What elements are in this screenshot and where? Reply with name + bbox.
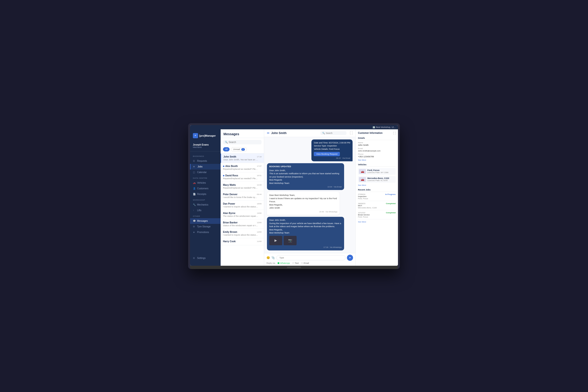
messages-icon: 💬 (193, 220, 196, 222)
send-button[interactable]: ➤ (347, 255, 353, 261)
chat-search-bar[interactable]: 🔍 (320, 131, 346, 135)
settings-label: Settings (197, 257, 206, 259)
reply-whatsapp-option[interactable]: WhatsApp (278, 262, 290, 264)
messages-list-panel: Messages 🔍 All Unread 2 John Smith (220, 129, 264, 266)
list-item[interactable]: David Ross 16:51 Repaired/replaced as ne… (220, 172, 264, 182)
emoji-icon[interactable]: 😊 (266, 256, 270, 259)
message-preview: I wanted to inquire about the status of … (223, 234, 258, 236)
reply-email-option[interactable]: Email (301, 262, 309, 264)
customer-info-panel: Customer Information ⛶ Details Name John… (356, 129, 398, 266)
receipts-icon: 📄 (193, 193, 196, 196)
expand-icon[interactable]: ⛶ (393, 132, 396, 134)
jobs-see-more[interactable]: See More (358, 221, 396, 223)
job-item[interactable]: 12/12/22 Break Service Ford, Focus Compl… (358, 212, 396, 220)
tyre-storage-label: Tyre Storage (197, 225, 210, 228)
booking-updated-label: BOOKING UPDATED (269, 165, 342, 168)
vehicle-plate: Licences Plate: WY 2398 (368, 172, 395, 174)
list-item[interactable]: Macy Watts 12:09 Repaired/replaced as ne… (220, 182, 264, 191)
list-item[interactable]: John Smith 17:18 Dear John Smith, Yes we… (220, 154, 264, 163)
email-label: Email (358, 148, 396, 150)
recent-jobs-section-title: Recent Jobs (358, 188, 396, 192)
image-thumbnail[interactable]: 📷 (284, 236, 296, 245)
sidebar-item-customers[interactable]: 👤 Customers (190, 186, 220, 192)
list-item[interactable]: Brian Banker 12/06 Status of the windscr… (220, 220, 264, 229)
details-see-more[interactable]: See More (358, 159, 396, 161)
tyre-storage-icon: ⚙ (193, 225, 196, 228)
job-status: Completed (386, 212, 396, 214)
video-thumbnail[interactable]: ▶ (269, 236, 282, 245)
list-item[interactable]: Emily Brown 12/06 I wanted to inquire ab… (220, 229, 264, 238)
sidebar-item-jobs[interactable]: ≡ Jobs (190, 164, 220, 170)
media-preview: ▶ 📷 (269, 236, 342, 245)
filter-all-button[interactable]: All (223, 147, 230, 152)
mechanics-label: Mechanics (197, 204, 208, 206)
job-item[interactable]: 27/06/24 Inspection Ford, Focus In Progr… (358, 193, 396, 201)
name-field: Name John Smith (358, 142, 396, 146)
message-preview: I would like to know if the brake system… (223, 196, 258, 198)
camera-icon: 📷 (288, 238, 292, 243)
job-vehicle: Ford, Focus (358, 216, 370, 218)
whatsapp-label: WhatsApp (280, 262, 290, 264)
message-text: Dear John Smith, This is an automatic no… (269, 169, 342, 185)
view-booking-button[interactable]: View Booking Request (314, 152, 340, 156)
messages-search-bar[interactable]: 🔍 (223, 140, 262, 144)
email-field: Email John.Smith@example.com (358, 148, 396, 152)
sidebar-item-mechanics[interactable]: 🔧 Mechanics (190, 202, 220, 208)
reply-via-label: Reply via (266, 262, 275, 264)
vehicle-name: Mercedes-Benz, C220 (368, 177, 395, 180)
promotions-icon: ★ (193, 231, 196, 234)
message-sender: Alex Booth (223, 165, 238, 168)
chat-text-input[interactable] (276, 255, 346, 260)
sidebar-item-messages[interactable]: 💬 Messages (190, 218, 220, 224)
message-sender: Brian Banker (223, 221, 238, 224)
sidebar-item-settings[interactable]: ⚙ Settings (190, 256, 220, 261)
vehicles-see-more[interactable]: See More (358, 184, 396, 186)
list-item[interactable]: Dan Power 16/06 I wanted to inquire abou… (220, 200, 264, 210)
chat-expand-icon[interactable]: ⛶ (350, 132, 352, 135)
sidebar-item-tyre-storage[interactable]: ⚙ Tyre Storage (190, 224, 220, 230)
requests-label: Requests (197, 160, 207, 162)
sidebar-item-requests[interactable]: ☰ Requests (190, 158, 220, 164)
workshop-section-label: WORKSHOP (190, 197, 220, 202)
sidebar-item-promotions[interactable]: ★ Promotions (190, 230, 220, 235)
message-preview: Repaired/replaced as needed? Please prov… (223, 187, 258, 189)
reply-text-option[interactable]: Text (292, 262, 299, 264)
vehicles-icon: 🚗 (193, 182, 196, 184)
chat-input-icons: 😊 📎 (266, 256, 275, 259)
vehicle-item[interactable]: 🚗 Ford, Focus Licences Plate: WY 2398 (358, 168, 396, 175)
list-item[interactable]: Alex Booth 17:07 Repaired/replaced as ne… (220, 163, 264, 172)
bookings-section-label: BOOKINGS (190, 153, 220, 158)
list-item[interactable]: Peter Denver 08:44 I would like to know … (220, 191, 264, 200)
chat-input-area: 😊 📎 ➤ Reply via WhatsApp (264, 253, 356, 266)
messages-header: Messages (220, 129, 264, 138)
attachment-icon[interactable]: 📎 (272, 256, 275, 259)
sidebar-item-lifts[interactable]: ↑ Lifts (190, 208, 220, 213)
message-item-header: David Ross 16:51 (223, 174, 262, 177)
sidebar-item-receipts[interactable]: 📄 Receipts (190, 192, 220, 197)
vehicle-car-icon: 🚗 (359, 169, 366, 174)
message-time: 13/06 (257, 212, 262, 214)
name-label: Name (358, 142, 396, 144)
message-sender: Alan Byrne (223, 212, 236, 214)
filter-unread-button[interactable]: Unread 2 (231, 147, 247, 152)
laptop-base (190, 266, 398, 269)
chat-search-input[interactable] (326, 132, 344, 134)
job-status: In Progress (385, 193, 396, 196)
job-item[interactable]: 28/09/23 MOT Mercedes-Benz, C220 Complet… (358, 202, 396, 210)
other-section-label: OTHER (190, 213, 220, 218)
vehicle-item[interactable]: 🚗 Mercedes-Benz, C220 Licences Plate: KL… (358, 176, 396, 183)
customer-panel-header: Customer Information ⛶ (358, 132, 396, 134)
sidebar: P [pro]Manager Joseph Evans Mechanic BOO… (190, 129, 220, 266)
data-centre-section-label: DATA CENTRE (190, 175, 220, 180)
vehicle-car-icon: 🚗 (359, 177, 366, 182)
sidebar-item-calendar[interactable]: ◫ Calendar (190, 170, 220, 175)
messages-search-input[interactable] (228, 141, 260, 144)
messages-label: Messages (197, 220, 208, 222)
user-role: Mechanic (193, 146, 218, 148)
email-radio (301, 262, 303, 264)
message-meta: 08:22 · Via Email (314, 157, 350, 160)
job-date: 12/12/22 (358, 212, 370, 214)
list-item[interactable]: Alan Byrne 13/06 The status of the winds… (220, 210, 264, 220)
list-item[interactable]: Harry Cook 11/06 (220, 238, 264, 245)
sidebar-item-vehicles[interactable]: 🚗 Vehicles (190, 180, 220, 186)
